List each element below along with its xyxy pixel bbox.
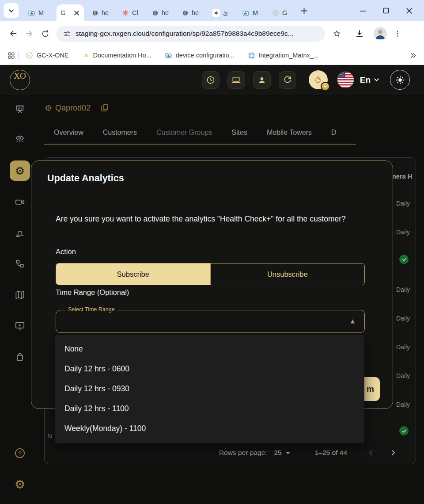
browser-tab[interactable]: he (148, 4, 174, 21)
bookmark-item[interactable]: XO Documentation Ho... (82, 52, 151, 59)
tab-customer-groups[interactable]: Customer Groups (156, 129, 212, 137)
app-logo[interactable]: XO····· (10, 70, 30, 90)
badge-chevron (321, 82, 330, 91)
tab-title: M (253, 9, 258, 16)
tab-customers[interactable]: Customers (103, 129, 137, 137)
time-range-select[interactable]: Select Time Range ▲ (56, 310, 365, 333)
sidebar-item-settings-active[interactable]: ⚙ (10, 160, 30, 181)
action-label: Action (56, 248, 76, 256)
siren-icon (14, 227, 26, 239)
close-window-icon[interactable] (406, 8, 413, 14)
modal-message: Are you sure you want to activate the an… (56, 212, 358, 226)
sidebar-item-maps[interactable] (14, 289, 26, 301)
sun-icon (395, 75, 405, 85)
gear-icon: ⚙ (15, 477, 25, 491)
next-page-button[interactable] (387, 447, 399, 459)
browser-menu-button[interactable] (390, 26, 405, 42)
dropdown-option-none[interactable]: None (55, 339, 364, 359)
dropdown-option-daily-1100[interactable]: Daily 12 hrs - 1100 (55, 399, 364, 419)
browser-tab[interactable]: he (178, 4, 204, 21)
theme-toggle-button[interactable] (390, 70, 410, 90)
dropdown-option-daily-0600[interactable]: Daily 12 hrs - 0600 (55, 359, 364, 379)
sidebar-item-monitoring[interactable] (14, 134, 26, 145)
refresh-button[interactable] (279, 71, 296, 89)
address-bar[interactable]: staging-gcx.nxgen.cloud/configuration/sp… (57, 26, 325, 42)
shopping-bag-icon (14, 351, 26, 363)
apps-grid-button[interactable] (7, 51, 15, 60)
rewards-badge[interactable] (309, 70, 328, 89)
tab-clipped[interactable]: D (331, 129, 337, 137)
site-settings-icon[interactable] (63, 30, 71, 38)
bookmark-star-button[interactable] (329, 26, 344, 42)
tab-title: G (61, 9, 65, 16)
sidebar-item-integrations[interactable] (15, 258, 26, 269)
back-button[interactable] (5, 26, 21, 42)
xo-circle-icon: XO (26, 52, 33, 59)
apps-grid-icon (7, 51, 15, 60)
tab-separator (266, 7, 266, 15)
laptop-icon (231, 75, 241, 85)
sidebar-item-media[interactable] (14, 320, 26, 332)
gear-icon[interactable]: ⚙ (45, 103, 52, 113)
browser-tab-active[interactable]: G (57, 4, 84, 21)
browser-tab[interactable]: M (238, 4, 264, 21)
browser-tab[interactable]: Cl (118, 4, 144, 21)
us-flag-image (337, 72, 354, 88)
close-icon[interactable] (73, 10, 80, 16)
dropdown-option-weekly-1100[interactable]: Weekly(Monday) - 1100 (55, 419, 364, 439)
sidebar-item-cameras[interactable] (14, 196, 26, 208)
rows-per-page-select[interactable]: 25 (274, 449, 290, 457)
globe-icon (152, 10, 159, 16)
bookmark-item[interactable]: XO GC-X-ONE (26, 52, 69, 59)
modal-title: Update Analytics (47, 173, 124, 184)
bookmarks-overflow-button[interactable] (409, 52, 417, 59)
bookmark-item[interactable]: Integration_Matrix_... (248, 52, 319, 59)
svg-text:?: ? (18, 450, 21, 457)
forward-button[interactable] (21, 26, 37, 42)
tab-mobile-towers[interactable]: Mobile Towers (267, 129, 312, 137)
history-button[interactable] (202, 71, 220, 89)
select-floating-label: Select Time Range (65, 306, 118, 313)
downloads-button[interactable] (352, 26, 367, 42)
browser-toolbar: staging-gcx.nxgen.cloud/configuration/sp… (0, 21, 424, 46)
header-actions: En (194, 70, 410, 90)
copy-icon[interactable] (100, 103, 110, 113)
maximize-icon[interactable] (383, 8, 389, 14)
dropdown-open-arrow-icon[interactable]: ▲ (351, 318, 355, 324)
sidebar-item-help[interactable]: ? (14, 447, 26, 459)
subscribe-button[interactable]: Subscribe (56, 263, 210, 285)
chevron-down-icon (374, 77, 379, 83)
avatar-image (374, 27, 387, 40)
tab-separator (116, 7, 116, 15)
devices-button[interactable] (227, 71, 245, 89)
sidebar-item-alarms[interactable] (14, 227, 26, 239)
dropdown-option-daily-0930[interactable]: Daily 12 hrs - 0930 (55, 379, 364, 399)
bookmark-item[interactable]: device configuratio... (165, 52, 235, 59)
tab-search-button[interactable] (4, 3, 19, 18)
browser-tab[interactable]: he (88, 4, 114, 21)
tab-overview[interactable]: Overview (54, 129, 83, 137)
plus-icon (301, 8, 307, 14)
browser-tab[interactable]: XO G (268, 4, 294, 21)
tab-separator (146, 7, 146, 15)
bookmarks-bar: XO GC-X-ONE XO Documentation Ho... devic… (0, 46, 424, 65)
table-column-divider (411, 159, 411, 462)
tab-title: he (162, 9, 169, 16)
browser-tab[interactable]: M (24, 4, 57, 21)
flag-us-icon[interactable] (337, 72, 354, 88)
language-selector[interactable]: En (360, 75, 379, 85)
url-text[interactable]: staging-gcx.nxgen.cloud/configuration/sp… (76, 30, 294, 38)
previous-page-button[interactable] (365, 447, 377, 459)
sidebar-item-store[interactable] (14, 351, 26, 363)
new-tab-button[interactable] (298, 4, 310, 17)
help-icon: ? (14, 447, 26, 459)
profile-avatar[interactable] (374, 27, 387, 40)
minimize-icon[interactable] (360, 8, 366, 14)
profile-button[interactable] (253, 71, 271, 89)
sidebar-item-dashboard[interactable] (15, 104, 26, 115)
tab-sites[interactable]: Sites (231, 129, 247, 137)
reload-button[interactable] (37, 26, 53, 42)
browser-tab[interactable]: ئ (208, 4, 234, 21)
unsubscribe-button[interactable]: Unsubscribe (210, 263, 365, 285)
sidebar-item-admin-settings[interactable]: ⚙ (15, 478, 25, 490)
